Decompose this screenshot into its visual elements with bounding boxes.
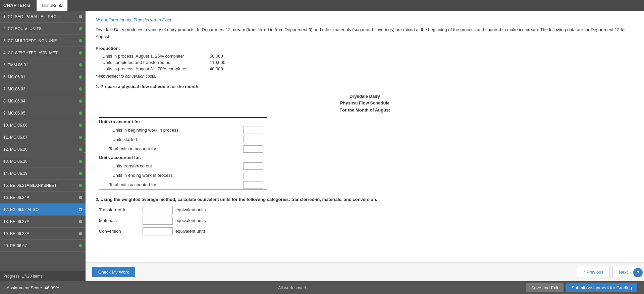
ending-wip-input[interactable] [243,172,263,179]
sidebar-item-label-4: 4. CC.WEIGHTED_AVG_MET... [3,51,77,55]
sidebar-item-label-17: 17. EX.06.52 ALGO [3,207,77,212]
production-row-2: Units completed and transferred out 110,… [102,60,634,65]
sidebar: 1. CC.SEQ_PARALLEL_PRO...2. CC.EQUIV_UNI… [0,11,86,281]
sidebar-item-20[interactable]: 20. PR.06.67 [0,240,86,252]
sidebar-item-7[interactable]: 7. MC.06.03 [0,83,86,95]
sidebar-item-16[interactable]: 16. BE.06.24A [0,192,86,204]
help-icon: ? [637,270,640,275]
drysdale-line1: Drysdale Dairy [96,93,634,100]
tab-ebook[interactable]: 📖 eBook [37,0,68,11]
sidebar-dot-2 [79,27,82,30]
ebook-icon: 📖 [42,3,48,8]
sidebar-item-3[interactable]: 3. CC.MULTDEPT_NONUNIF.... [0,35,86,47]
sidebar-item-label-14: 14. MC.06.19 [3,171,77,176]
drysdale-line3: For the Month of August [96,107,634,114]
chapter-title: CHAPTER 6 [3,3,30,8]
units-started-label: Units started [99,137,243,142]
sidebar-dot-8 [79,99,82,103]
sidebar-item-19[interactable]: 19. BE.06.28A [0,228,86,240]
prod-value-3: 40,000 [210,66,223,71]
prod-label-3: Units in process, August 31, 70% complet… [102,66,210,71]
sidebar-item-10[interactable]: 10. MC.06.06 [0,119,86,131]
sidebar-item-6[interactable]: 6. MC.06.01 [0,71,86,83]
sidebar-item-label-5: 5. TMM.06.01 [3,63,77,67]
sidebar-item-14[interactable]: 14. MC.06.19 [0,167,86,179]
sidebar-scroll[interactable]: 1. CC.SEQ_PARALLEL_PRO...2. CC.EQUIV_UNI… [0,11,86,271]
prod-label-2: Units completed and transferred out [102,60,210,65]
sidebar-item-4[interactable]: 4. CC.WEIGHTED_AVG_MET... [0,47,86,59]
sidebar-item-label-3: 3. CC.MULTDEPT_NONUNIF.... [3,39,77,43]
bottom-action-bar: Check My Work ‹ Previous Next › [86,262,644,281]
sidebar-item-15[interactable]: 15. BE.06.21A BLANKSHEET [0,179,86,192]
sidebar-item-label-16: 16. BE.06.24A [3,195,77,200]
ending-wip-label: Units in ending work in process [99,173,243,178]
assignment-score: Assignment Score: 46.99% [7,285,59,290]
content-area: Nonuniform Inputs, Transferred-In Cost D… [86,11,644,281]
sidebar-dot-3 [79,39,82,43]
sidebar-item-8[interactable]: 8. MC.06.04 [0,95,86,107]
q1-text: Prepare a physical flow schedule for the… [100,84,199,89]
sidebar-dot-12 [79,148,82,151]
sidebar-item-9[interactable]: 9. MC.06.05 [0,107,86,119]
check-my-work-button[interactable]: Check My Work [92,267,135,277]
sidebar-item-18[interactable]: 18. BE.06.27A [0,216,86,228]
sidebar-item-2[interactable]: 2. CC.EQUIV_UNITS [0,23,86,35]
sidebar-item-5[interactable]: 5. TMM.06.01 [0,59,86,71]
progress-text: Progress: 17/20 items [3,274,43,279]
content-scroll[interactable]: Nonuniform Inputs, Transferred-In Cost D… [86,11,644,262]
problem-subtitle: Nonuniform Inputs, Transferred-In Cost [96,17,634,22]
sidebar-dot-4 [79,51,82,55]
beginning-wip-input[interactable] [243,127,263,134]
production-header: Production: [96,46,634,51]
sidebar-dot-16 [79,196,82,199]
transferred-in-eu-input[interactable] [143,206,173,214]
sidebar-item-17[interactable]: 17. EX.06.52 ALGO [0,204,86,216]
section-to-account-for: Units to account for: [99,118,267,126]
sidebar-item-label-13: 13. MC.06.18 [3,159,77,164]
total-accounted-input[interactable] [243,181,263,189]
sidebar-dot-6 [79,75,82,79]
conversion-eu-input[interactable] [143,227,173,235]
q2-text: Using the weighted average method, calcu… [100,197,377,202]
q2-row-conversion: Conversion equivalent units [99,227,634,235]
sidebar-dot-1 [79,15,82,18]
sidebar-item-12[interactable]: 12. MC.06.10 [0,143,86,155]
sidebar-dot-20 [79,244,82,247]
tab-bar: 📖 eBook [37,0,68,11]
footer-buttons: Save and Exit Submit Assignment for Grad… [526,283,637,292]
tab-ebook-label: eBook [50,3,62,8]
production-row-3: Units in process, August 31, 70% complet… [102,66,634,71]
prod-value-1: 50,000 [210,54,223,59]
sidebar-dot-17 [79,208,82,211]
sidebar-dot-19 [79,232,82,235]
total-to-account-label: Total units to account for [99,146,243,151]
next-label: Next [619,270,628,275]
section-accounted-for: Units accounted for: [99,154,267,161]
conversion-label: Conversion [99,229,143,234]
save-exit-button[interactable]: Save and Exit [526,283,564,292]
units-transferred-out-input[interactable] [243,162,263,170]
sidebar-item-label-15: 15. BE.06.21A BLANKSHEET [3,183,77,188]
help-button[interactable]: ? [633,268,643,277]
sidebar-dot-14 [79,172,82,175]
transferred-in-label: Transferred-In [99,207,143,212]
sidebar-item-label-8: 8. MC.06.04 [3,99,77,103]
units-started-input[interactable] [243,136,263,143]
total-to-account-input[interactable] [243,145,263,153]
previous-button[interactable]: ‹ Previous [577,266,610,278]
top-bar: CHAPTER 6 📖 eBook [0,0,644,11]
transferred-in-suffix: equivalent units [175,207,206,212]
sidebar-item-1[interactable]: 1. CC.SEQ_PARALLEL_PRO... [0,11,86,23]
collapse-sidebar-button[interactable]: ‹ [84,139,86,153]
materials-eu-input[interactable] [143,217,173,225]
total-accounted-label: Total units accounted for [99,182,243,187]
flow-row-beg-wip: Units in beginning work in process [99,126,267,135]
prod-value-2: 110,000 [210,60,225,65]
submit-assignment-button[interactable]: Submit Assignment for Grading [566,283,637,292]
sidebar-item-label-9: 9. MC.06.05 [3,111,77,116]
sidebar-item-13[interactable]: 13. MC.06.18 [0,155,86,167]
main-layout: 1. CC.SEQ_PARALLEL_PRO...2. CC.EQUIV_UNI… [0,11,644,281]
sidebar-item-11[interactable]: 11. MC.06.07 [0,131,86,143]
question-1-label: 1. Prepare a physical flow schedule for … [96,84,634,89]
sidebar-item-label-7: 7. MC.06.03 [3,87,77,91]
